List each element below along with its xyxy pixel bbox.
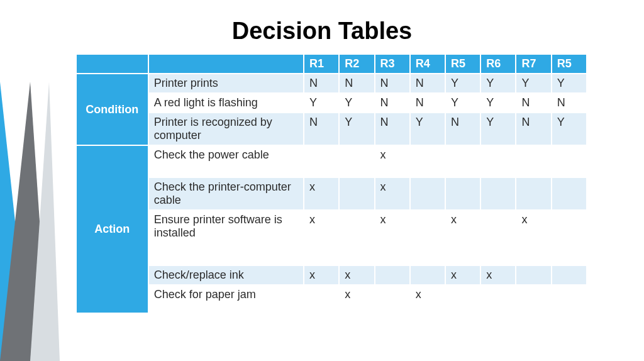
cell (516, 265, 551, 285)
condition-label: A red light is flashing (148, 93, 304, 113)
cell: Y (552, 113, 587, 145)
cell: x (410, 285, 445, 313)
condition-label: Printer is recognized by computer (148, 113, 304, 145)
cell (375, 265, 410, 285)
svg-marker-2 (30, 82, 60, 361)
cell (410, 265, 445, 285)
cell: x (304, 177, 339, 210)
action-label: Check for paper jam (148, 285, 304, 313)
condition-row-3: Printer is recognized by computer N Y N … (76, 113, 587, 145)
cell (304, 145, 339, 177)
cell: Y (339, 93, 374, 113)
cell: x (445, 265, 480, 285)
page-title: Decision Tables (0, 0, 644, 53)
cell: N (516, 93, 551, 113)
svg-marker-0 (0, 82, 30, 361)
condition-label: Printer prints (148, 74, 304, 93)
cell: x (304, 210, 339, 265)
cell: Y (552, 74, 587, 93)
action-row-2: Check the printer-computer cable x x (76, 177, 587, 210)
cell: x (375, 145, 410, 177)
header-r5: R5 (445, 54, 480, 74)
cell: x (445, 210, 480, 265)
header-corner (76, 54, 148, 74)
cell (410, 177, 445, 210)
action-label: Check/replace ink (148, 265, 304, 285)
cell: N (339, 74, 374, 93)
decision-table: R1 R2 R3 R4 R5 R6 R7 R5 Condition Printe… (75, 53, 587, 314)
decision-table-wrap: R1 R2 R3 R4 R5 R6 R7 R5 Condition Printe… (75, 53, 587, 314)
cell: N (552, 93, 587, 113)
action-label: Check the power cable (148, 145, 304, 177)
action-row-3: Ensure printer software is installed x x… (76, 210, 587, 265)
cell (339, 177, 374, 210)
svg-marker-1 (0, 82, 49, 361)
header-r3: R3 (375, 54, 410, 74)
cell: N (410, 74, 445, 93)
cell: x (339, 265, 374, 285)
cell: Y (445, 93, 480, 113)
cell (552, 177, 587, 210)
action-label: Check the printer-computer cable (148, 177, 304, 210)
cell (516, 177, 551, 210)
cell (480, 285, 516, 313)
cell: N (516, 113, 551, 145)
condition-section-label: Condition (76, 74, 148, 145)
cell: x (516, 210, 551, 265)
cell: N (375, 113, 410, 145)
action-row-5: Check for paper jam x x (76, 285, 587, 313)
cell (480, 177, 516, 210)
header-r6: R6 (480, 54, 516, 74)
cell (445, 177, 480, 210)
cell (304, 285, 339, 313)
cell: N (375, 74, 410, 93)
cell: Y (339, 113, 374, 145)
cell (375, 285, 410, 313)
cell: x (375, 177, 410, 210)
cell (480, 210, 516, 265)
cell: Y (304, 93, 339, 113)
header-r2: R2 (339, 54, 374, 74)
cell: N (410, 93, 445, 113)
header-row: R1 R2 R3 R4 R5 R6 R7 R5 (76, 54, 587, 74)
cell: x (375, 210, 410, 265)
cell: Y (480, 74, 516, 93)
cell (480, 145, 516, 177)
cell: N (304, 74, 339, 93)
header-r1: R1 (304, 54, 339, 74)
cell (516, 285, 551, 313)
cell: N (445, 113, 480, 145)
cell (552, 265, 587, 285)
cell (339, 210, 374, 265)
action-row-1: Action Check the power cable x (76, 145, 587, 177)
cell (552, 285, 587, 313)
cell: Y (480, 93, 516, 113)
cell: Y (445, 74, 480, 93)
cell (445, 285, 480, 313)
cell (410, 210, 445, 265)
cell (410, 145, 445, 177)
cell (552, 210, 587, 265)
condition-row-1: Condition Printer prints N N N N Y Y Y Y (76, 74, 587, 93)
action-label: Ensure printer software is installed (148, 210, 304, 265)
decorative-corner (0, 0, 88, 361)
header-desc-blank (148, 54, 304, 74)
cell (552, 145, 587, 177)
cell (516, 145, 551, 177)
cell: N (304, 113, 339, 145)
cell: x (480, 265, 516, 285)
cell (445, 145, 480, 177)
cell: Y (516, 74, 551, 93)
cell: Y (410, 113, 445, 145)
header-r7: R7 (516, 54, 551, 74)
cell: N (375, 93, 410, 113)
action-row-4: Check/replace ink x x x x (76, 265, 587, 285)
header-r4: R4 (410, 54, 445, 74)
cell: x (304, 265, 339, 285)
cell: x (339, 285, 374, 313)
cell: Y (480, 113, 516, 145)
cell (339, 145, 374, 177)
condition-row-2: A red light is flashing Y Y N N Y Y N N (76, 93, 587, 113)
action-section-label: Action (76, 145, 148, 313)
header-r8: R5 (552, 54, 587, 74)
